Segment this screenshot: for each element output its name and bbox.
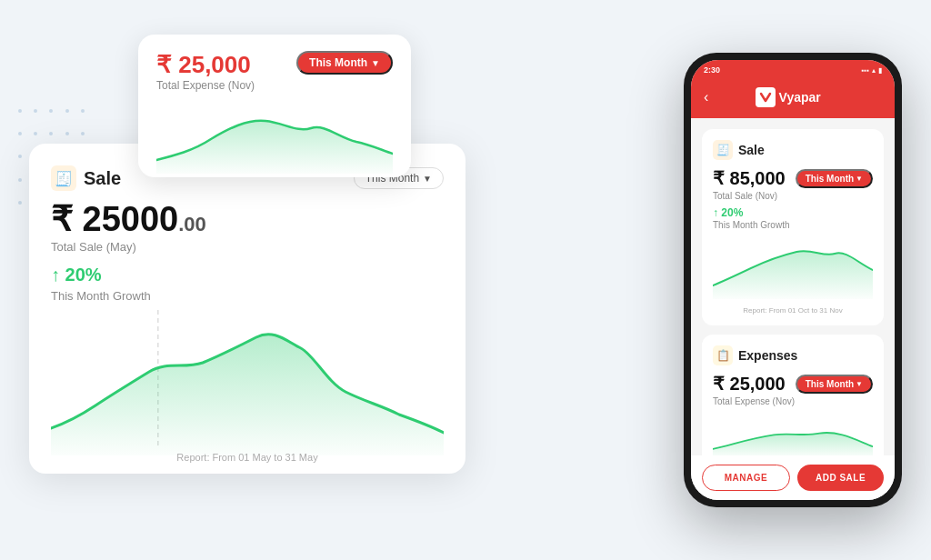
chevron-down-icon: ▼ bbox=[856, 380, 863, 388]
wifi-icon: ▴ bbox=[872, 66, 876, 75]
sale-total-label: Total Sale (May) bbox=[51, 240, 444, 254]
phone-sale-amount: ₹ 85,000 bbox=[713, 167, 786, 189]
phone-sale-this-month-button[interactable]: This Month ▼ bbox=[796, 169, 873, 188]
expense-mini-chart bbox=[156, 101, 393, 174]
phone-content: 🧾 Sale ₹ 85,000 This Month ▼ Total Sale … bbox=[691, 118, 895, 455]
phone-status-bar: 2:30 ▪▪▪ ▴ ▮ bbox=[691, 60, 895, 80]
phone-screen: 2:30 ▪▪▪ ▴ ▮ ‹ Vyapar bbox=[691, 60, 895, 500]
phone-expense-chart bbox=[713, 412, 873, 455]
phone-sale-section: 🧾 Sale ₹ 85,000 This Month ▼ Total Sale … bbox=[702, 129, 884, 325]
phone-sale-report: Report: From 01 Oct to 31 Nov bbox=[713, 306, 873, 315]
phone-sale-icon: 🧾 bbox=[713, 140, 733, 160]
phone-sale-label: Total Sale (Nov) bbox=[713, 191, 873, 201]
vyapar-logo: Vyapar bbox=[756, 87, 821, 107]
phone-sale-growth: ↑ 20% bbox=[713, 206, 873, 219]
phone-sale-title: Sale bbox=[738, 143, 765, 157]
phone-status-icons: ▪▪▪ ▴ ▮ bbox=[861, 66, 882, 75]
signal-icon: ▪▪▪ bbox=[861, 66, 869, 75]
phone-back-button[interactable]: ‹ bbox=[704, 89, 708, 105]
phone-expense-amount: ₹ 25,000 bbox=[713, 373, 786, 395]
sale-card: 🧾 Sale This Month ▼ ₹ 25000.00 Total Sal… bbox=[29, 144, 466, 474]
phone-expense-label: Total Expense (Nov) bbox=[713, 396, 873, 406]
phone-time: 2:30 bbox=[704, 65, 720, 75]
phone-expense-section: 📋 Expenses ₹ 25,000 This Month ▼ Total E… bbox=[702, 335, 884, 455]
expense-label: Total Expense (Nov) bbox=[156, 79, 255, 92]
phone-expense-title: Expenses bbox=[738, 348, 797, 363]
phone-expense-this-month-button[interactable]: This Month ▼ bbox=[796, 375, 873, 394]
battery-icon: ▮ bbox=[878, 66, 882, 75]
sale-icon: 🧾 bbox=[51, 165, 76, 191]
phone-sale-chart bbox=[713, 235, 873, 299]
phone-mockup: 2:30 ▪▪▪ ▴ ▮ ‹ Vyapar bbox=[684, 53, 902, 507]
expense-amount: ₹ 25,000 bbox=[156, 51, 255, 79]
chevron-down-icon: ▼ bbox=[856, 175, 863, 183]
phone-app-header: ‹ Vyapar bbox=[691, 80, 895, 118]
left-area: ₹ 25,000 Total Expense (Nov) This Month … bbox=[29, 25, 575, 535]
manage-button[interactable]: MANAGE bbox=[702, 465, 790, 491]
chevron-down-icon: ▼ bbox=[423, 174, 432, 184]
sale-main-chart bbox=[51, 310, 444, 455]
sale-card-title: Sale bbox=[84, 168, 121, 189]
expense-card: ₹ 25,000 Total Expense (Nov) This Month … bbox=[138, 35, 411, 177]
phone-bottom-buttons: MANAGE ADD SALE bbox=[691, 455, 895, 500]
expense-this-month-button[interactable]: This Month ▼ bbox=[296, 51, 393, 75]
add-sale-button[interactable]: ADD SALE bbox=[797, 465, 884, 491]
phone-sale-growth-label: This Month Growth bbox=[713, 220, 873, 230]
main-container: ₹ 25,000 Total Expense (Nov) This Month … bbox=[29, 16, 902, 544]
chevron-down-icon: ▼ bbox=[371, 58, 380, 68]
vyapar-v-icon bbox=[756, 87, 776, 107]
sale-growth-label: This Month Growth bbox=[51, 289, 444, 303]
sale-amount: ₹ 25000.00 bbox=[51, 202, 444, 236]
sale-growth-pct: ↑ 20% bbox=[51, 265, 102, 285]
phone-expense-icon: 📋 bbox=[713, 345, 733, 365]
